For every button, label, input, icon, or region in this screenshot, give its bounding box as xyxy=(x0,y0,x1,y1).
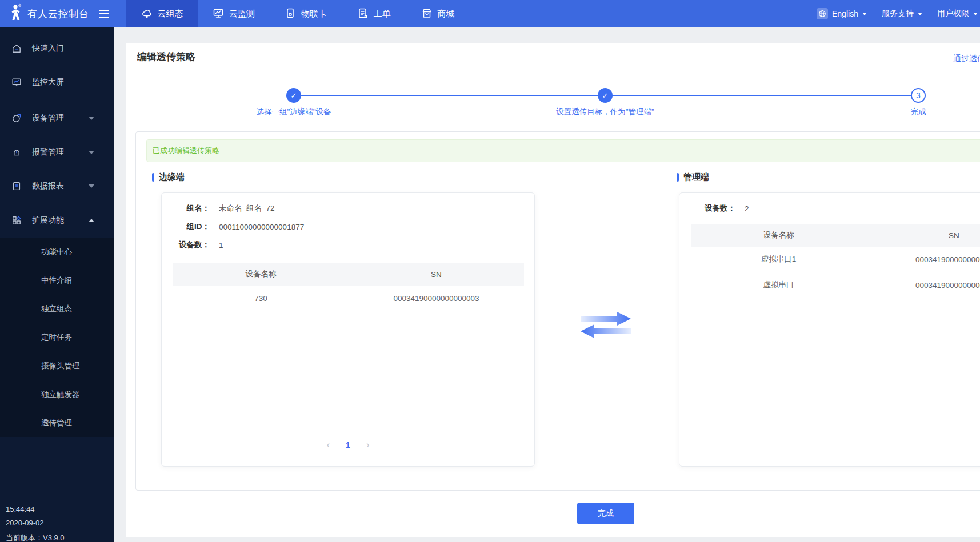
sidebar-item-extensions[interactable]: 扩展功能 xyxy=(0,209,114,232)
report-icon xyxy=(11,181,22,191)
group-name-label: 组名： xyxy=(172,203,210,214)
service-support-menu[interactable]: 服务支持 xyxy=(882,9,922,19)
check-icon: ✓ xyxy=(291,91,297,100)
chevron-down-icon xyxy=(89,184,94,188)
sidebar-item-label: 扩展功能 xyxy=(32,215,64,226)
device-count-row: 设备数： 1 xyxy=(172,239,223,251)
sidebar-item-alarm-management[interactable]: 报警管理 xyxy=(0,141,114,164)
language-label: English xyxy=(832,9,858,18)
current-date: 2020-09-02 xyxy=(6,519,44,529)
edge-device-table: 设备名称 SN 730 00034190000000000003 xyxy=(173,263,524,311)
tab-cloud-monitor[interactable]: 云监测 xyxy=(198,0,270,27)
step-2-circle: ✓ xyxy=(598,88,613,103)
cloud-icon xyxy=(141,7,153,21)
finish-button[interactable]: 完成 xyxy=(577,503,634,524)
step-number: 3 xyxy=(916,91,921,100)
sidebar-item-quick-start[interactable]: 快速入门 xyxy=(0,37,114,60)
tab-label: 商城 xyxy=(438,9,455,19)
sidebar-subitem-neutral-intro[interactable]: 中性介绍 xyxy=(41,275,72,287)
tab-iot-card[interactable]: 物联卡 xyxy=(270,0,342,27)
chevron-down-icon xyxy=(973,13,978,15)
sidebar-item-label: 报警管理 xyxy=(32,147,64,158)
chevron-up-icon xyxy=(89,219,94,222)
success-alert: 已成功编辑透传策略 xyxy=(146,139,980,162)
group-id-label: 组ID： xyxy=(172,222,210,232)
sidebar-item-label: 设备管理 xyxy=(32,113,64,123)
tab-work-order[interactable]: 工单 xyxy=(342,0,406,27)
sim-card-icon xyxy=(285,7,296,21)
manager-device-table: 设备名称 SN 虚拟串口1 000341900000000000 虚拟串口 00… xyxy=(691,224,980,298)
sidebar-subitem-independent-scada[interactable]: 独立组态 xyxy=(41,304,72,315)
chevron-down-icon xyxy=(89,117,94,120)
top-bar: R 有人云控制台 云组态 xyxy=(0,0,980,27)
alarm-icon xyxy=(11,147,22,158)
sidebar-item-device-management[interactable]: 设备管理 xyxy=(0,107,114,130)
cell-sn: 000341900000000000 xyxy=(866,281,980,290)
sidebar-subitem-passthrough-management[interactable]: 透传管理 xyxy=(41,418,72,429)
work-order-icon xyxy=(357,7,369,21)
table-row: 730 00034190000000000003 xyxy=(173,286,524,311)
group-name-value: 未命名_组名_72 xyxy=(210,203,275,214)
user-permission-menu[interactable]: 用户权限 xyxy=(937,9,978,19)
table-row: 虚拟串口 000341900000000000 xyxy=(691,272,980,298)
brand[interactable]: R 有人云控制台 xyxy=(7,0,109,27)
sidebar-item-label: 监控大屏 xyxy=(32,77,64,87)
version-label: 当前版本：V3.9.0 xyxy=(6,533,65,542)
page: R 有人云控制台 云组态 xyxy=(0,0,980,542)
home-icon xyxy=(11,43,22,54)
language-switcher[interactable]: English xyxy=(817,8,867,19)
section-bar-icon xyxy=(152,173,154,182)
col-sn: SN xyxy=(866,231,980,240)
title-divider xyxy=(137,78,980,78)
monitor-chart-icon xyxy=(213,7,224,21)
topbar-right-menu: English 服务支持 用户权限 xyxy=(817,0,978,27)
sidebar-item-monitor-screen[interactable]: 监控大屏 xyxy=(0,71,114,94)
check-icon: ✓ xyxy=(602,91,609,100)
passthrough-help-link[interactable]: 通过透传 xyxy=(953,54,980,64)
user-permission-label: 用户权限 xyxy=(937,9,969,19)
current-page[interactable]: 1 xyxy=(346,440,350,449)
sidebar-subitem-scheduled-task[interactable]: 定时任务 xyxy=(41,332,72,344)
page-title: 编辑透传策略 xyxy=(137,50,195,63)
step-1-circle: ✓ xyxy=(286,88,301,103)
step-3-label: 完成 xyxy=(911,107,926,117)
pagination: ‹ 1 › xyxy=(162,440,534,449)
manager-heading-label: 管理端 xyxy=(683,172,709,183)
col-device-name: 设备名称 xyxy=(691,230,866,240)
tab-label: 云组态 xyxy=(158,9,183,19)
cell-device-name: 虚拟串口1 xyxy=(691,254,866,264)
step-3-circle: 3 xyxy=(911,88,926,103)
tab-label: 物联卡 xyxy=(301,9,327,19)
chevron-down-icon xyxy=(862,13,867,15)
sidebar-subitem-independent-trigger[interactable]: 独立触发器 xyxy=(41,390,80,401)
service-support-label: 服务支持 xyxy=(882,9,914,19)
group-id-row: 组ID： 00011000000000001877 xyxy=(172,221,304,232)
device-count-label: 设备数： xyxy=(172,240,210,250)
device-count-value: 2 xyxy=(735,204,749,213)
edge-heading-label: 边缘端 xyxy=(159,172,185,183)
result-panel: 已成功编辑透传策略 边缘端 管理端 组名： 未命名_组名_72 组ID： 000… xyxy=(135,131,980,491)
tab-label: 工单 xyxy=(374,9,391,19)
next-page-icon[interactable]: › xyxy=(366,440,370,449)
sidebar-subitem-function-center[interactable]: 功能中心 xyxy=(41,247,72,258)
tab-store[interactable]: 商城 xyxy=(406,0,470,27)
sidebar-item-label: 快速入门 xyxy=(32,43,64,54)
apps-grid-icon xyxy=(11,215,22,226)
cell-sn: 000341900000000000 xyxy=(866,255,980,264)
main-nav: 云组态 云监测 物联卡 xyxy=(126,0,470,27)
tab-cloud-scada[interactable]: 云组态 xyxy=(126,0,198,27)
brand-title: 有人云控制台 xyxy=(27,7,89,21)
prev-page-icon[interactable]: ‹ xyxy=(326,440,330,449)
table-row: 虚拟串口1 000341900000000000 xyxy=(691,247,980,272)
table-header-row: 设备名称 SN xyxy=(691,224,980,247)
step-1-label: 选择一组"边缘端"设备 xyxy=(256,107,331,117)
sidebar-subitem-camera-management[interactable]: 摄像头管理 xyxy=(41,361,80,372)
section-bar-icon xyxy=(677,173,679,182)
device-pie-icon xyxy=(11,113,22,123)
hamburger-menu-icon[interactable] xyxy=(99,10,109,18)
sidebar: 快速入门 监控大屏 设备管理 xyxy=(0,27,114,542)
current-time: 15:44:44 xyxy=(6,505,35,515)
table-header-row: 设备名称 SN xyxy=(173,263,524,286)
sidebar-item-label: 数据报表 xyxy=(32,181,64,191)
sidebar-item-data-report[interactable]: 数据报表 xyxy=(0,175,114,198)
